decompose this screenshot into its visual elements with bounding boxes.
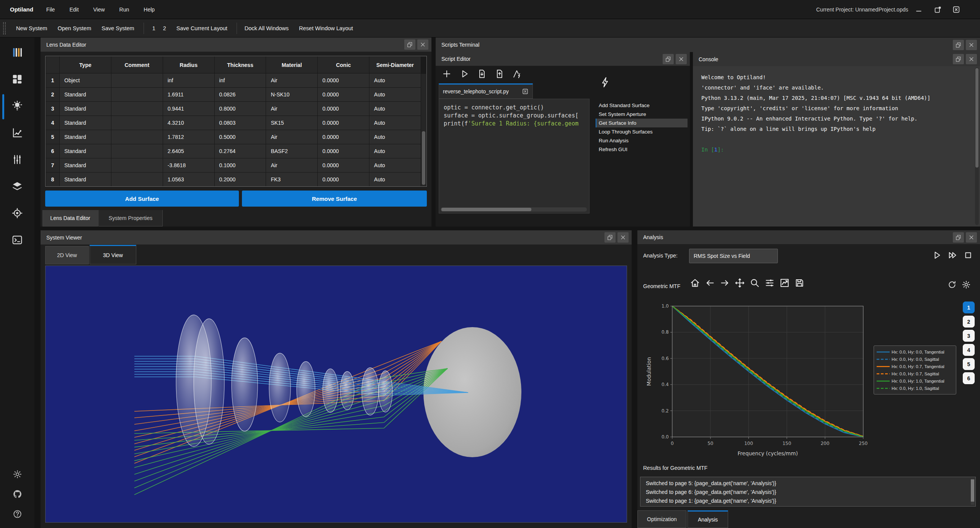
lens-table-cell[interactable]: Air (266, 158, 318, 173)
tab-optimization[interactable]: Optimization (637, 510, 686, 528)
3d-viewport[interactable] (45, 266, 627, 523)
lens-table-cell[interactable]: BASF2 (266, 144, 318, 158)
save-current-layout-button[interactable]: Save Current Layout (176, 25, 227, 31)
code-horizontal-scrollbar[interactable] (441, 207, 587, 212)
lens-table-cell[interactable]: inf (163, 73, 214, 88)
lens-table-cell[interactable]: 0.0803 (214, 116, 266, 130)
close-panel-icon[interactable] (966, 54, 977, 64)
status-message[interactable]: Switched to page 6: {page_data.get('name… (640, 488, 975, 497)
lens-table-cell[interactable]: 0.1000 (214, 158, 266, 173)
gear-icon[interactable] (962, 280, 971, 291)
close-panel-icon[interactable] (966, 40, 977, 50)
open-system-button[interactable]: Open System (57, 25, 91, 31)
lens-table-cell[interactable]: 0.0826 (214, 88, 266, 102)
lens-table-cell[interactable]: 0.0000 (318, 173, 369, 187)
run-icon[interactable] (459, 69, 469, 79)
lens-table-cell[interactable]: Auto (369, 158, 421, 173)
sidebar-item-layers-icon[interactable] (0, 181, 34, 194)
reset-window-layout-button[interactable]: Reset Window Layout (299, 25, 353, 31)
new-system-button[interactable]: New System (16, 25, 47, 31)
lens-table-cell[interactable]: Auto (369, 73, 421, 88)
code-editor[interactable]: optic = connector.get_optic()surface = o… (439, 99, 590, 213)
lens-table-cell[interactable]: Auto (369, 144, 421, 158)
tab-2d-view[interactable]: 2D View (45, 246, 89, 264)
lens-table-cell[interactable]: inf (214, 73, 266, 88)
tab-3d-view[interactable]: 3D View (90, 245, 136, 264)
page-button-3[interactable]: 3 (963, 330, 975, 342)
lens-table-cell[interactable]: 0.2000 (214, 173, 266, 187)
lint-icon[interactable] (512, 69, 522, 79)
lens-table-cell[interactable]: -3.8618 (163, 158, 214, 173)
lens-table-cell[interactable]: 0.2764 (214, 144, 266, 158)
lens-table-cell[interactable]: 0.0000 (318, 130, 369, 144)
layout-2-button[interactable]: 2 (163, 25, 166, 31)
status-message[interactable]: Switched to page 1: {page_data.get('name… (640, 497, 975, 505)
lens-table-cell[interactable]: 0.0000 (318, 144, 369, 158)
float-panel-icon[interactable] (404, 39, 415, 50)
lens-table-cell[interactable]: FK3 (266, 173, 318, 187)
page-button-2[interactable]: 2 (963, 316, 975, 328)
lens-table-cell[interactable]: Air (266, 102, 318, 116)
lens-table-cell[interactable]: 0.8000 (214, 102, 266, 116)
menu-edit[interactable]: Edit (68, 4, 80, 15)
lens-table-cell[interactable] (111, 102, 163, 116)
lens-table-cell[interactable]: 0.5000 (214, 130, 266, 144)
sidebar-item-dashboard-icon[interactable] (0, 73, 34, 86)
lens-table-cell[interactable]: 0.0000 (318, 73, 369, 88)
lens-table-cell[interactable]: 1.0563 (163, 173, 214, 187)
close-panel-icon[interactable] (966, 232, 977, 243)
page-button-5[interactable]: 5 (963, 358, 975, 370)
lens-table-cell[interactable]: Standard (60, 130, 111, 144)
lens-table-scrollbar[interactable] (421, 74, 426, 186)
status-message[interactable]: Switched to page 5: {page_data.get('name… (640, 479, 975, 488)
window-minimize-icon[interactable] (914, 5, 923, 14)
sidebar-item-github-icon[interactable] (0, 490, 34, 500)
layout-1-button[interactable]: 1 (152, 25, 155, 31)
sidebar-item-lightbulb-icon[interactable] (0, 100, 34, 113)
run-icon[interactable] (932, 250, 942, 262)
lens-table-cell[interactable] (111, 158, 163, 173)
sidebar-item-sliders-icon[interactable] (0, 154, 34, 167)
back-icon[interactable] (705, 278, 715, 290)
float-panel-icon[interactable] (663, 54, 674, 64)
float-panel-icon[interactable] (953, 232, 964, 243)
message-list-scrollbar[interactable] (971, 479, 974, 505)
lens-table-cell[interactable]: 0.0000 (318, 158, 369, 173)
add-surface-button[interactable]: Add Surface (45, 191, 239, 207)
menu-view[interactable]: View (92, 4, 106, 15)
console-prompt[interactable]: In [1]: (701, 145, 969, 155)
float-panel-icon[interactable] (953, 40, 964, 50)
home-icon[interactable] (690, 278, 700, 290)
tab-system-properties[interactable]: System Properties (98, 210, 163, 227)
close-tab-icon[interactable] (522, 88, 529, 95)
lens-table-cell[interactable] (111, 73, 163, 88)
sidebar-item-columns-icon[interactable] (0, 47, 34, 60)
menu-run[interactable]: Run (118, 4, 131, 15)
sidebar-item-help-icon[interactable] (0, 510, 34, 520)
command-item[interactable]: Loop Through Surfaces (596, 127, 688, 136)
command-item[interactable]: Get Surface Info (596, 119, 688, 127)
lens-table-cell[interactable]: Auto (369, 173, 421, 187)
lens-table-cell[interactable]: Object (60, 73, 111, 88)
lens-table-cell[interactable]: Standard (60, 116, 111, 130)
file-export-icon[interactable] (495, 69, 505, 79)
lens-table-cell[interactable]: Air (266, 130, 318, 144)
sidebar-item-scatter-chart-icon[interactable] (0, 127, 34, 140)
lens-table-cell[interactable]: 2.6405 (163, 144, 214, 158)
window-close-icon[interactable] (952, 5, 961, 14)
lens-table-cell[interactable]: 1.7812 (163, 130, 214, 144)
command-item[interactable]: Add Standard Surface (596, 101, 688, 110)
lens-table-cell[interactable] (111, 144, 163, 158)
command-item[interactable]: Run Analysis (596, 136, 688, 145)
menu-file[interactable]: File (45, 4, 57, 15)
page-button-1[interactable]: 1 (963, 301, 975, 313)
lens-table-cell[interactable]: Standard (60, 173, 111, 187)
lens-table-cell[interactable]: 0.0000 (318, 88, 369, 102)
console-scrollbar[interactable] (975, 67, 979, 225)
sidebar-item-target-icon[interactable] (0, 207, 34, 220)
page-button-6[interactable]: 6 (963, 372, 975, 384)
plus-icon[interactable] (442, 69, 452, 79)
lens-table-cell[interactable]: 0.9441 (163, 102, 214, 116)
command-item[interactable]: Refresh GUI (596, 145, 688, 154)
plot-icon[interactable] (779, 278, 790, 290)
